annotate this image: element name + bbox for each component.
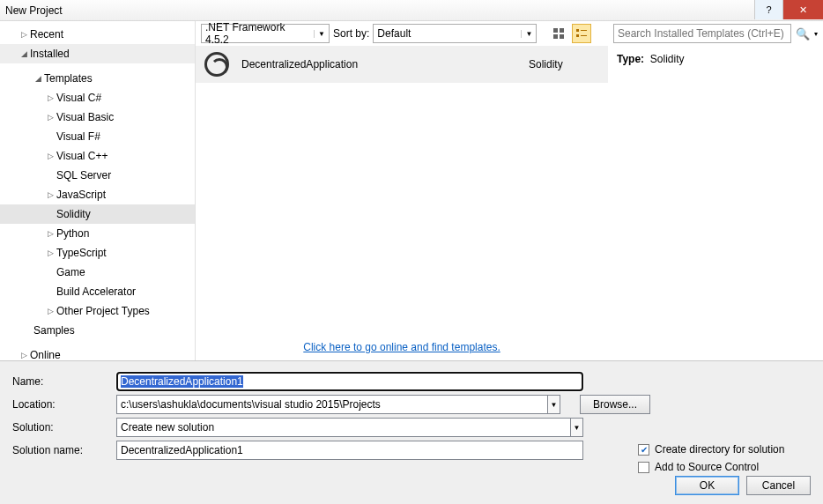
browse-button[interactable]: Browse... [580,395,650,414]
sidebar-item-typescript[interactable]: ▷TypeScript [0,243,195,263]
sidebar-installed[interactable]: ◢Installed [0,44,195,63]
view-list-icons[interactable] [572,24,591,43]
ok-button[interactable]: OK [675,476,739,495]
template-icon [204,52,229,77]
type-label: Type: [617,53,644,65]
solution-dd-button[interactable]: ▼ [571,418,583,437]
svg-rect-6 [576,34,579,37]
svg-rect-4 [576,29,579,32]
sidebar-item-python[interactable]: ▷Python [0,224,195,243]
sidebar-item-visual-c-[interactable]: ▷Visual C++ [0,146,195,166]
source-control-checkbox[interactable] [638,462,649,473]
template-name: DecentralizedApplication [241,58,529,70]
sidebar-item-visual-basic[interactable]: ▷Visual Basic [0,107,195,127]
svg-rect-2 [553,34,558,39]
search-dropdown[interactable]: ▾ [814,30,818,38]
help-button[interactable]: ? [754,0,782,19]
view-large-icons[interactable] [549,24,568,43]
window-title: New Project [5,4,63,17]
location-dropdown[interactable]: ▼ [548,395,560,414]
sln-name-label: Solution name: [12,444,116,456]
source-control-label: Add to Source Control [655,461,759,473]
close-button[interactable]: ✕ [782,0,823,19]
cancel-button[interactable]: Cancel [746,476,811,495]
sidebar-templates[interactable]: ◢Templates [0,69,195,88]
sln-name-input[interactable] [116,441,583,460]
sortby-label: Sort by: [333,27,369,40]
location-input[interactable] [116,395,548,414]
form-area: Name: Location: ▼ Browse... Solution: ▼ … [0,361,823,504]
search-input[interactable] [613,24,791,43]
name-label: Name: [12,375,116,388]
sidebar: ▷Recent ◢Installed ◢Templates ▷Visual C#… [0,21,196,360]
center-pane: .NET Framework 4.5.2▼ Sort by: Default▼ … [196,21,608,360]
sidebar-item-solidity[interactable]: Solidity [0,204,195,224]
search-icon[interactable]: 🔍 [795,27,811,41]
svg-rect-5 [581,30,587,31]
sidebar-item-javascript[interactable]: ▷JavaScript [0,185,195,204]
sortby-dropdown[interactable]: Default▼ [373,24,537,43]
create-dir-checkbox[interactable]: ✔ [638,444,649,456]
svg-rect-1 [560,28,564,33]
type-value: Solidity [650,53,685,65]
location-label: Location: [12,398,116,411]
svg-rect-3 [560,34,564,39]
name-input[interactable] [116,372,583,391]
sidebar-online[interactable]: ▷Online [0,345,195,360]
sidebar-item-other-project-types[interactable]: ▷Other Project Types [0,301,195,321]
sidebar-item-game[interactable]: Game [0,263,195,282]
right-pane: 🔍 ▾ Type: Solidity [608,21,823,360]
sidebar-item-visual-f-[interactable]: Visual F# [0,127,195,146]
svg-rect-0 [553,28,558,33]
online-templates-link[interactable]: Click here to go online and find templat… [196,334,608,360]
sidebar-item-visual-c-[interactable]: ▷Visual C# [0,88,195,107]
solution-dropdown[interactable] [116,418,571,437]
solution-label: Solution: [12,421,116,434]
sidebar-recent[interactable]: ▷Recent [0,25,195,44]
sidebar-item-sql-server[interactable]: SQL Server [0,166,195,185]
svg-rect-7 [581,35,587,36]
template-language: Solidity [529,58,599,70]
template-item[interactable]: DecentralizedApplication Solidity [196,46,608,83]
create-dir-label: Create directory for solution [655,443,784,456]
sidebar-item-build-accelerator[interactable]: Build Accelerator [0,282,195,301]
toolbar: .NET Framework 4.5.2▼ Sort by: Default▼ [196,21,608,46]
framework-dropdown[interactable]: .NET Framework 4.5.2▼ [201,24,330,43]
title-bar: New Project ? ✕ [0,0,823,21]
sidebar-samples[interactable]: Samples [0,321,195,340]
